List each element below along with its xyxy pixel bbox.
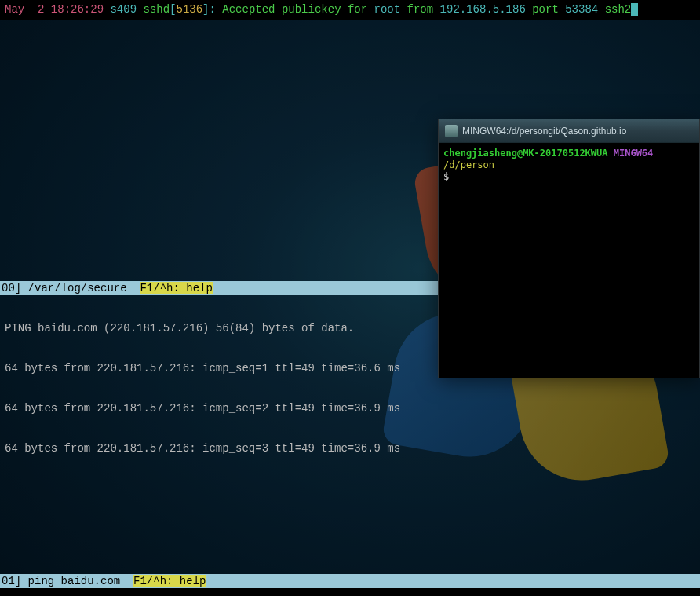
log-user: root: [374, 3, 401, 16]
log-msg: from: [400, 3, 439, 16]
pane-cmd: ping baidu.com: [28, 575, 121, 587]
mingw-prompt-line: chengjiasheng@MK-20170512KWUA MINGW64 /d…: [443, 148, 695, 171]
cursor-icon: _: [631, 3, 637, 16]
log-pid: 5136: [176, 3, 202, 16]
log-colon: :: [210, 3, 216, 16]
mingw-user-host: chengjiasheng@MK-20170512KWUA: [443, 148, 608, 159]
log-msg: Accepted publickey for: [216, 3, 374, 16]
log-time: 18:26:29: [51, 3, 104, 16]
ssh-log-line: May 2 18:26:29 s409 sshd[5136]: Accepted…: [0, 0, 700, 20]
help-hint: F1/^h: help: [133, 575, 206, 587]
mingw-terminal-body[interactable]: chengjiasheng@MK-20170512KWUA MINGW64 /d…: [439, 143, 699, 188]
bottom-edge: [0, 588, 700, 596]
ping-line: 64 bytes from 220.181.57.216: icmp_seq=2…: [5, 402, 695, 415]
log-host: s409: [110, 3, 137, 16]
log-bracket: ]: [202, 3, 209, 16]
log-msg: port: [526, 3, 565, 16]
terminal-icon: [445, 125, 458, 137]
pane-status-bar-1: 01] ping baidu.com F1/^h: help: [0, 574, 700, 588]
pane-path: /var/log/secure: [28, 282, 127, 294]
log-port: 53384: [565, 3, 598, 16]
log-ip: 192.168.5.186: [440, 3, 526, 16]
log-msg: ssh2: [598, 3, 631, 16]
pane-index: 01]: [2, 575, 28, 587]
log-date: May 2: [5, 3, 44, 16]
mingw-terminal-window[interactable]: MINGW64:/d/persongit/Qason.github.io che…: [438, 119, 700, 378]
mingw-title: MINGW64:/d/persongit/Qason.github.io: [462, 126, 626, 137]
pane-index: 00]: [2, 282, 28, 294]
mingw-cwd: /d/person: [443, 159, 494, 170]
log-proc: sshd: [143, 3, 170, 16]
mingw-env: MINGW64: [614, 148, 654, 159]
mingw-titlebar[interactable]: MINGW64:/d/persongit/Qason.github.io: [439, 119, 699, 143]
mingw-prompt[interactable]: $: [443, 171, 695, 183]
ping-line: 64 bytes from 220.181.57.216: icmp_seq=3…: [5, 442, 695, 455]
help-hint: F1/^h: help: [140, 282, 212, 294]
